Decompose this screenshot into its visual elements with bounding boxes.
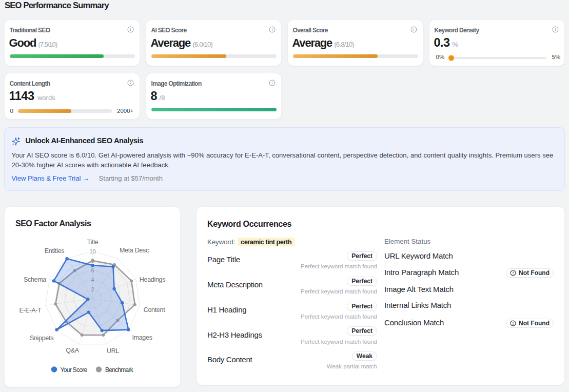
svg-text:E-E-A-T: E-E-A-T (19, 307, 42, 314)
svg-text:Benchmark: Benchmark (105, 366, 134, 374)
svg-text:Schema: Schema (24, 276, 46, 283)
svg-text:Snippets: Snippets (30, 335, 53, 342)
svg-text:Headings: Headings (140, 276, 165, 283)
svg-text:Your Score: Your Score (61, 366, 88, 374)
svg-text:Title: Title (87, 239, 99, 246)
svg-text:Images: Images (132, 334, 152, 341)
svg-text:Entities: Entities (45, 247, 65, 254)
svg-text:10: 10 (89, 248, 95, 254)
svg-text:URL: URL (107, 347, 119, 355)
svg-text:Q&A: Q&A (66, 347, 79, 354)
svg-text:Content: Content (144, 306, 166, 313)
svg-text:Meta Desc: Meta Desc (120, 247, 149, 254)
